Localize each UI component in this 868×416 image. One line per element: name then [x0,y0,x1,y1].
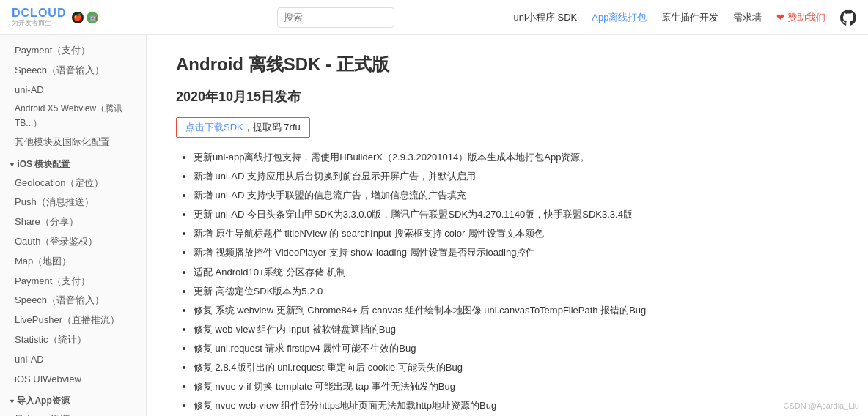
list-item: 更新 高德定位SDK版本为5.2.0 [194,283,839,300]
header-nav: uni小程序 SDK App离线打包 原生插件开发 需求墙 ❤ 赞助我们 [514,10,856,26]
sidebar-item-oauth-ios[interactable]: Oauth（登录鉴权） [0,232,146,252]
sidebar-item-payment-android[interactable]: Payment（支付） [0,41,146,61]
sidebar-item-payment-ios[interactable]: Payment（支付） [0,272,146,291]
list-item: 新增 uni-AD 支持应用从后台切换到前台显示开屏广告，并默认启用 [194,168,839,185]
android-icon: 🤖 [87,12,98,23]
list-item: 修复 系统 webview 更新到 Chrome84+ 后 canvas 组件绘… [194,302,839,319]
logo-area: DCLOUD 为开发者而生 🍎 🤖 [12,7,158,28]
list-item: 新增 视频播放控件 VideoPlayer 支持 show-loading 属性… [194,245,839,261]
download-link-1[interactable]: 点击下载SDK [185,122,243,133]
sidebar-item-share-ios[interactable]: Share（分享） [0,212,146,232]
sidebar-item-uni-ad-android[interactable]: uni-AD [0,81,146,100]
sidebar-item-speech-ios[interactable]: Speech（语音输入） [0,291,146,311]
page-title: Android 离线SDK - 正式版 [176,53,839,76]
list-item: 更新 uni-AD 今日头条穿山甲SDK为3.3.0.0版，腾讯广告联盟SDK为… [194,207,839,223]
sidebar: Payment（支付） Speech（语音输入） uni-AD Android … [0,35,147,416]
sidebar-item-other-modules[interactable]: 其他模块及国际化配置 [0,133,146,152]
sidebar-section-ios[interactable]: iOS 模块配置 [0,155,146,174]
footer-watermark: CSDN @Acardia_Liu [784,401,860,410]
logo-sub-text: 为开发者而生 [12,18,66,28]
github-icon[interactable] [840,10,856,26]
header-search [158,7,514,28]
sidebar-item-speech-android[interactable]: Speech（语音输入） [0,61,146,81]
list-item: 适配 Android10+系统 分区存储 机制 [194,264,839,281]
list-item: 修复 nvue web-view 组件部分https地址页面无法加载http地址… [194,398,839,414]
release-date: 2020年10月15日发布 [176,88,839,105]
list-item: 新增 uni-AD 支持快手联盟的信息流广告，增加信息流的广告填充 [194,187,839,204]
list-item: 修复 2.8.4版引出的 uni.request 重定向后 cookie 可能丢… [194,360,839,376]
header: DCLOUD 为开发者而生 🍎 🤖 uni小程序 SDK App离线打包 原生插… [0,0,868,35]
body-area: Payment（支付） Speech（语音输入） uni-AD Android … [0,35,868,416]
sidebar-item-map-ios[interactable]: Map（地图） [0,252,146,272]
changelog-list: 更新uni-app离线打包支持，需使用HBuilderX（2.9.3.20201… [176,149,839,416]
nav-native-plugin[interactable]: 原生插件开发 [661,11,718,24]
apple-icon: 🍎 [72,12,84,23]
download-box-1: 点击下载SDK，提取码 7rfu [176,117,310,138]
nav-uni-sdk[interactable]: uni小程序 SDK [514,11,578,24]
sidebar-item-livepusher-ios[interactable]: LivePusher（直播推流） [0,311,146,330]
nav-app-offline[interactable]: App离线打包 [592,11,647,24]
apple-icons: 🍎 🤖 [72,12,98,23]
sidebar-item-push-ios[interactable]: Push（消息推送） [0,193,146,212]
sidebar-section-import[interactable]: 导入App资源 [0,392,146,410]
download-code-1: ，提取码 7rfu [243,122,301,133]
logo-dcloud: DCLOUD 为开发者而生 [12,7,66,28]
search-input[interactable] [277,7,394,28]
main-content: Android 离线SDK - 正式版 2020年10月15日发布 点击下载SD… [147,35,868,416]
nav-demand[interactable]: 需求墙 [733,11,762,24]
app-container: DCLOUD 为开发者而生 🍎 🤖 uni小程序 SDK App离线打包 原生插… [0,0,868,416]
list-item: 新增 原生导航标题栏 titleNView 的 searchInput 搜索框支… [194,226,839,242]
list-item: 更新uni-app离线打包支持，需使用HBuilderX（2.9.3.20201… [194,149,839,166]
list-item: 修复 nvue v-if 切换 template 可能出现 tap 事件无法触发… [194,379,839,395]
list-item: 修复 web-view 组件内 input 被软键盘遮挡的Bug [194,322,839,338]
sidebar-item-uiwebview-ios[interactable]: iOS UIWebview [0,370,146,390]
sidebar-item-x5webview[interactable]: Android X5 Webview（腾讯TB...） [0,100,146,132]
sidebar-item-geolocation-ios[interactable]: Geolocation（定位） [0,174,146,193]
sidebar-item-uniad-ios[interactable]: uni-AD [0,350,146,370]
nav-sponsor[interactable]: ❤ 赞助我们 [776,11,825,24]
list-item: 修复 uni.request 请求 firstIpv4 属性可能不生效的Bug [194,341,839,357]
sidebar-item-export-app[interactable]: 导出App资源 [0,410,146,416]
sidebar-item-statistic-ios[interactable]: Statistic（统计） [0,330,146,350]
